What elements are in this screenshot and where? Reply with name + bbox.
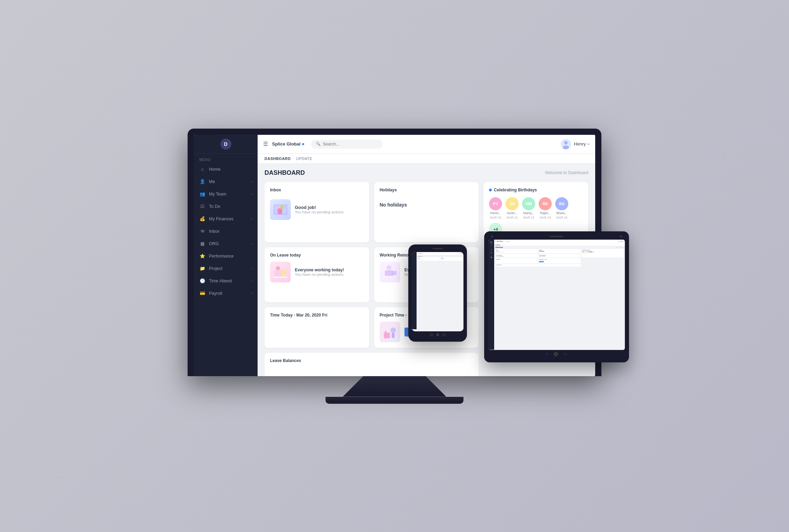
page-title-row: DASHBOARD Welcome to Dashboard (264, 169, 588, 177)
on-leave-text: Everyone working today! You have no pend… (295, 268, 344, 277)
menu-label: MENU (194, 154, 258, 163)
project-icon: 📁 (199, 265, 206, 272)
birthdays-header: Celebrating Birthdays (489, 188, 583, 192)
phone-app-preview: ☰Splice Global Henry ~ DASHBOARD Inbox (412, 252, 463, 329)
search-input[interactable] (323, 142, 378, 147)
leave-balances-content (270, 367, 473, 376)
no-holidays-text: No holidays (380, 197, 473, 213)
svg-point-9 (276, 266, 280, 270)
sidebar-item-me[interactable]: 👤 Me › (194, 175, 258, 188)
avatar-item-5: BG Bhara... MAR 24 (555, 197, 568, 219)
timeattend-chevron: › (251, 279, 252, 283)
on-leave-message: Everyone working today! (295, 268, 344, 272)
inbox-text: Good job! You have no pending actions (295, 205, 343, 214)
avatar-mm: MM (522, 197, 535, 210)
sidebar-item-finances[interactable]: 💰 My Finances › (194, 213, 258, 225)
sidebar-item-payroll[interactable]: 💳 Payroll › (194, 287, 258, 300)
sidebar-logo-area: D (194, 135, 258, 154)
sidebar-label-me: Me (209, 179, 215, 184)
device-group: ☰Splice Global Henry ~ DASHBOARD Inbox (408, 231, 629, 362)
svg-rect-6 (278, 209, 282, 214)
sidebar-item-home[interactable]: ⌂ Home (194, 163, 258, 175)
sidebar-label-finances: My Finances (209, 217, 233, 221)
svg-rect-10 (281, 270, 286, 276)
me-icon: 👤 (199, 179, 206, 185)
sidebar-label-home: Home (209, 167, 220, 172)
svg-rect-11 (273, 277, 287, 278)
sidebar-item-timeattend[interactable]: 🕐 Time Attend › (194, 275, 258, 287)
holidays-card-title: Holidays (380, 188, 473, 192)
inbox-card-title: Inbox (270, 188, 364, 192)
sidebar-item-todo[interactable]: ☑ To Do (194, 200, 258, 213)
breadcrumb-bar: DASHBOARD UPDATE (258, 154, 595, 164)
leave-svg (272, 263, 289, 281)
search-icon: 🔍 (316, 142, 321, 146)
avatar-py: PY (489, 197, 502, 210)
finances-chevron: › (251, 217, 252, 221)
todo-icon: ☑ (199, 203, 206, 210)
on-leave-card: On Leave today (264, 247, 369, 302)
svg-point-12 (387, 265, 391, 270)
inbox-svg (272, 201, 289, 218)
tablet-screen: ⌂ 👤 👥 ☑ 💰 ☰Splice Global● Search... (488, 240, 625, 350)
payroll-chevron: › (251, 291, 252, 295)
birthdays-title: Celebrating Birthdays (494, 188, 537, 192)
avatar (561, 139, 571, 149)
sidebar-label-project: Project (209, 266, 222, 271)
sidebar-label-performance: Performance (209, 254, 234, 259)
monitor-base (326, 397, 463, 404)
sidebar-item-project[interactable]: 📁 Project › (194, 262, 258, 275)
logo-icon: D (220, 139, 231, 150)
inbox-card: Inbox (264, 182, 369, 243)
time-today-content (270, 322, 364, 342)
hamburger-icon[interactable]: ☰ (263, 141, 268, 147)
topbar-brand: Splice Global (272, 141, 304, 147)
time-today-card: Time Today - Mar 20, 2020 Fri (264, 307, 369, 348)
sidebar-label-todo: To Do (209, 204, 220, 209)
birthday-dot (489, 189, 492, 191)
time-today-title: Time Today - Mar 20, 2020 Fri (270, 313, 364, 318)
svg-point-1 (564, 141, 568, 144)
sidebar-label-payroll: Payroll (209, 291, 222, 296)
sidebar-item-org[interactable]: ▦ ORG › (194, 238, 258, 250)
svg-point-7 (280, 205, 284, 209)
performance-icon: ⭐ (199, 253, 206, 259)
remote-svg (381, 263, 399, 281)
brand-dot (302, 143, 304, 145)
home-icon: ⌂ (199, 166, 206, 172)
inbox-icon: ✉ (199, 228, 206, 234)
avatar-bg: BG (555, 197, 568, 210)
sidebar-label-inbox: Inbox (209, 229, 220, 234)
project-time-illustration (380, 322, 400, 342)
finances-icon: 💰 (199, 216, 206, 222)
project-svg (382, 324, 398, 340)
search-box[interactable]: 🔍 (311, 140, 383, 149)
page-title: DASHBOARD (264, 169, 305, 177)
avatar-item-1: PY Parve... MAR 20 (489, 197, 502, 219)
avatar-item-2: SN Suren... MAR 21 (506, 197, 519, 219)
breadcrumb-dashboard[interactable]: DASHBOARD (264, 157, 291, 161)
good-job-text: Good job! (295, 205, 343, 210)
inbox-illustration (270, 199, 291, 220)
svg-rect-19 (392, 333, 394, 338)
svg-rect-14 (392, 271, 397, 275)
sidebar-item-myteam[interactable]: 👥 My Team › (194, 188, 258, 200)
avatar-sn: SN (506, 197, 519, 210)
sidebar-item-performance[interactable]: ⭐ Performance (194, 250, 258, 262)
user-menu[interactable]: Henry ~ (561, 139, 590, 149)
payroll-icon: 💳 (199, 290, 206, 297)
phone-screen: ☰Splice Global Henry ~ DASHBOARD Inbox (412, 252, 463, 331)
inbox-subtitle: You have no pending actions (295, 210, 343, 214)
avatar-item-4: RK Rajes... MAR 23 (539, 197, 552, 219)
breadcrumb-update[interactable]: UPDATE (296, 157, 312, 161)
sidebar-item-inbox[interactable]: ✉ Inbox (194, 225, 258, 238)
brand-name: Splice Global (272, 141, 300, 147)
birthdays-avatars: PY Parve... MAR 20 SN Suren... MAR 21 (489, 197, 583, 236)
on-leave-illustration (270, 262, 291, 282)
svg-rect-17 (385, 331, 387, 339)
project-chevron: › (251, 267, 252, 270)
monitor-stand (343, 376, 446, 397)
main-scene: D MENU ⌂ Home 👤 Me › 👥 My Team (188, 129, 601, 404)
svg-rect-16 (384, 333, 390, 338)
tablet-app-preview: ⌂ 👤 👥 ☑ 💰 ☰Splice Global● Search... (488, 240, 625, 350)
